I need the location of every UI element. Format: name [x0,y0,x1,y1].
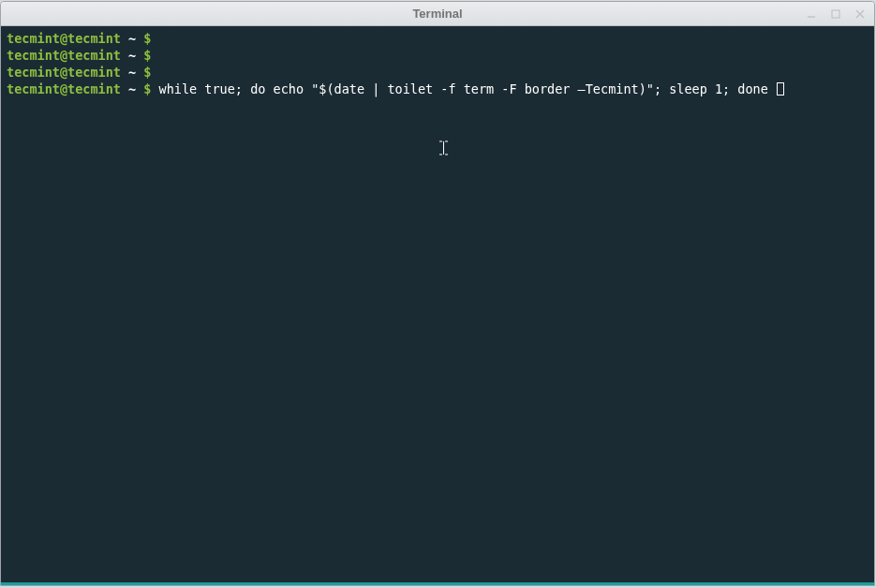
prompt-sep: ~ [121,65,143,80]
svg-rect-1 [832,10,839,18]
prompt-user: tecmint@tecmint [7,31,121,46]
prompt-dollar: $ [143,65,151,80]
terminal-line: tecmint@tecmint ~ $ [7,30,869,47]
prompt-user: tecmint@tecmint [7,65,121,80]
prompt-sep: ~ [121,31,143,46]
cursor-icon [777,82,784,96]
text-cursor-icon [439,140,448,159]
window-controls [805,2,867,25]
titlebar[interactable]: Terminal [1,2,874,26]
terminal-body[interactable]: tecmint@tecmint ~ $ tecmint@tecmint ~ $ … [1,26,874,585]
prompt-sep: ~ [121,81,143,96]
prompt-user: tecmint@tecmint [7,81,121,96]
prompt-dollar: $ [143,48,151,63]
prompt-user: tecmint@tecmint [7,48,121,63]
command-text: while true; do echo "$(date | toilet -f … [159,81,776,96]
maximize-button[interactable] [829,7,842,21]
window-title: Terminal [412,7,462,21]
terminal-line: tecmint@tecmint ~ $ [7,47,869,64]
prompt-sep: ~ [121,48,143,63]
terminal-line: tecmint@tecmint ~ $ [7,64,869,81]
terminal-window: Terminal tecmint@tecmint ~ $ tecmint@tec… [0,1,875,586]
minimize-button[interactable] [805,7,818,21]
close-button[interactable] [854,7,867,21]
prompt-dollar: $ [143,31,151,46]
terminal-line: tecmint@tecmint ~ $ while true; do echo … [7,81,869,97]
